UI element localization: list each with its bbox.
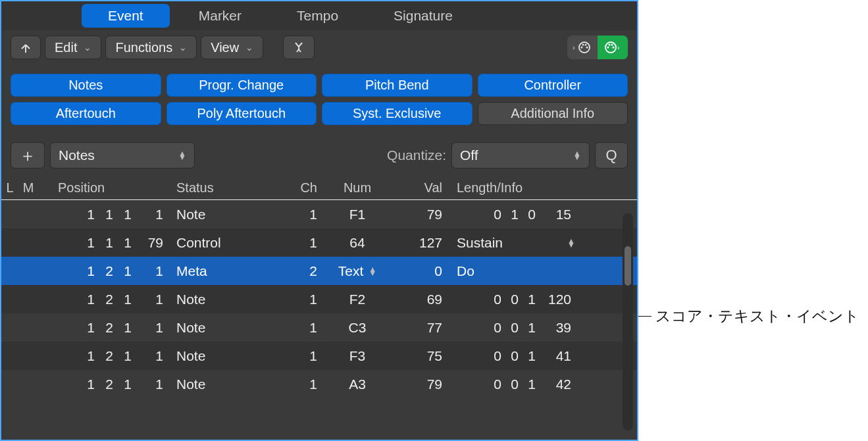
num-cell[interactable]: Text [338,263,364,279]
position-segment[interactable]: 1 [122,320,132,336]
num-cell[interactable]: F1 [349,207,366,222]
stepper-icon[interactable]: ▲▼ [369,267,376,275]
table-row[interactable]: 1111Note1F17901015 [1,200,637,228]
position-segment[interactable]: 1 [86,292,95,307]
status-cell[interactable]: Note [176,376,288,392]
position-segment[interactable]: 1 [104,207,113,222]
position-segment[interactable]: 1 [86,348,95,364]
filter-controller[interactable]: Controller [478,74,628,97]
channel-cell[interactable]: 1 [288,207,321,222]
status-cell[interactable]: Meta [176,263,288,279]
position-segment[interactable]: 79 [141,235,163,251]
channel-cell[interactable]: 1 [288,320,321,336]
channel-cell[interactable]: 2 [288,263,321,279]
position-segment[interactable]: 2 [104,348,113,364]
table-row[interactable]: 11179Control164127Sustain▲▼ [1,228,637,257]
position-segment[interactable]: 1 [86,207,95,222]
add-event-button[interactable]: ＋ [11,142,45,169]
val-cell[interactable]: 127 [394,235,446,251]
position-segment[interactable]: 1 [141,263,163,279]
length-info-cell[interactable]: 01015 [446,207,584,222]
position-segment[interactable]: 1 [141,207,163,222]
status-cell[interactable]: Note [176,292,288,307]
col-header-length-info[interactable]: Length/Info [446,180,584,195]
midi-out-button[interactable]: › [598,36,628,59]
view-menu[interactable]: View ⌄ [201,36,263,59]
tab-signature[interactable]: Signature [367,4,479,28]
catch-playhead-button[interactable] [11,36,41,59]
num-cell[interactable]: F2 [349,292,366,307]
position-segment[interactable]: 1 [141,348,163,364]
event-type-select[interactable]: Notes ▲▼ [50,142,195,169]
position-segment[interactable]: 1 [122,376,132,392]
filter-additional-info[interactable]: Additional Info [478,102,628,125]
position-segment[interactable]: 1 [122,348,132,364]
table-row[interactable]: 1211Note1F37500141 [1,342,637,370]
num-cell[interactable]: A3 [349,376,366,392]
col-header-val[interactable]: Val [394,180,446,195]
num-cell[interactable]: F3 [349,348,366,364]
filter-notes[interactable]: Notes [11,74,161,97]
col-header-num[interactable]: Num [321,180,394,195]
length-info-cell[interactable]: 00141 [446,348,584,364]
length-info-cell[interactable]: Sustain▲▼ [446,235,584,251]
length-info-cell[interactable]: 00142 [446,376,584,392]
status-cell[interactable]: Note [176,348,288,364]
length-info-cell[interactable]: 001120 [446,292,584,307]
position-segment[interactable]: 1 [122,292,132,307]
stepper-icon[interactable]: ▲▼ [567,239,575,247]
channel-cell[interactable]: 1 [288,292,321,307]
col-header-position[interactable]: Position [38,180,176,195]
position-segment[interactable]: 1 [104,235,113,251]
position-segment[interactable]: 1 [86,376,95,392]
edit-menu[interactable]: Edit ⌄ [45,36,101,59]
filter-progr-change[interactable]: Progr. Change [166,74,317,97]
scrollbar-thumb[interactable] [625,246,631,286]
table-row[interactable]: 1211Note1F269001120 [1,285,637,313]
position-segment[interactable]: 2 [104,320,113,336]
position-segment[interactable]: 1 [141,376,163,392]
channel-cell[interactable]: 1 [288,235,321,251]
position-segment[interactable]: 1 [141,320,163,336]
functions-menu[interactable]: Functions ⌄ [105,36,197,59]
position-segment[interactable]: 2 [104,292,113,307]
filter-tool-button[interactable] [283,36,315,59]
position-segment[interactable]: 1 [86,235,95,251]
val-cell[interactable]: 0 [394,263,446,279]
col-header-l[interactable]: L [1,180,18,195]
length-info-cell[interactable]: 00139 [446,320,584,336]
status-cell[interactable]: Note [176,207,288,222]
quantize-apply-button[interactable]: Q [595,142,628,169]
position-segment[interactable]: 1 [122,263,132,279]
length-info-cell[interactable]: Do [446,263,584,279]
col-header-status[interactable]: Status [176,180,288,195]
filter-aftertouch[interactable]: Aftertouch [11,102,161,125]
val-cell[interactable]: 79 [394,207,446,222]
val-cell[interactable]: 75 [394,348,446,364]
val-cell[interactable]: 77 [394,320,446,336]
status-cell[interactable]: Note [176,320,288,336]
table-row[interactable]: 1211Meta2Text▲▼0Do [1,257,637,285]
vertical-scrollbar[interactable] [623,213,633,430]
num-cell[interactable]: C3 [349,320,367,336]
quantize-select[interactable]: Off ▲▼ [451,142,590,169]
val-cell[interactable]: 79 [394,376,446,392]
midi-in-button[interactable]: › [567,36,598,59]
table-row[interactable]: 1211Note1C37700139 [1,313,637,342]
filter-pitch-bend[interactable]: Pitch Bend [322,74,472,97]
tab-event[interactable]: Event [82,4,170,28]
tab-marker[interactable]: Marker [172,4,268,28]
position-segment[interactable]: 2 [104,263,113,279]
col-header-ch[interactable]: Ch [288,180,321,195]
position-segment[interactable]: 1 [141,292,163,307]
tab-tempo[interactable]: Tempo [270,4,365,28]
col-header-m[interactable]: M [18,180,38,195]
val-cell[interactable]: 69 [394,292,446,307]
channel-cell[interactable]: 1 [288,376,321,392]
position-segment[interactable]: 1 [86,320,95,336]
position-segment[interactable]: 1 [122,235,132,251]
position-segment[interactable]: 2 [104,376,113,392]
filter-syst-exclusive[interactable]: Syst. Exclusive [322,102,472,125]
position-segment[interactable]: 1 [86,263,95,279]
filter-poly-aftertouch[interactable]: Poly Aftertouch [166,102,317,125]
